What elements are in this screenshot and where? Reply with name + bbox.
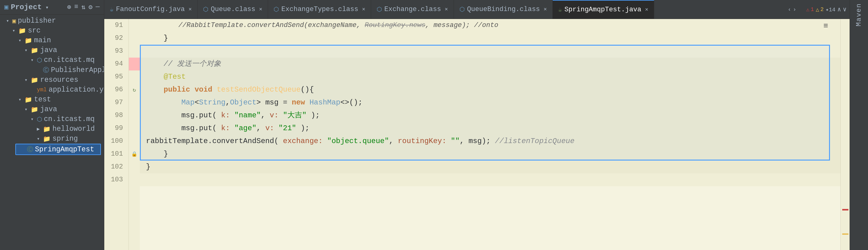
tab-close-FanoutConfig[interactable]: × — [188, 6, 192, 12]
tree-label-cnItcastMqTest: cn.itcast.mq — [44, 115, 95, 123]
info-count: ✦14 — [825, 6, 835, 13]
code-line-102: } — [140, 160, 840, 173]
sidebar-tool-sort[interactable]: ⇅ — [81, 3, 85, 11]
code-line-103 — [140, 173, 840, 186]
line-num-97: 97 — [104, 96, 125, 109]
code-line-93 — [140, 45, 840, 58]
tree-item-resources[interactable]: ▾ 📁 resources — [0, 75, 104, 85]
tree-label-helloworld: helloworld — [53, 125, 95, 133]
class-file-icon: ⬡ — [203, 5, 208, 13]
maven-label: Maven — [855, 3, 863, 29]
scrollbar-marker-yellow-1 — [842, 234, 848, 235]
scrollbar-gutter[interactable] — [840, 19, 849, 250]
tree-item-main[interactable]: ▾ 📁 main — [0, 36, 104, 45]
class-file-icon: ⬡ — [274, 5, 279, 13]
code-line-101: } — [140, 148, 840, 160]
code-line-98: msg.put( k: "name", v: "大吉" ); — [140, 109, 840, 122]
tab-close-Queue[interactable]: × — [259, 6, 262, 12]
tree-item-spring[interactable]: ▾ 📁 spring — [0, 134, 104, 144]
tab-label-QueueBinding: QueueBinding.class — [467, 5, 540, 13]
line-num-93: 93 — [104, 45, 125, 58]
tree-label-publisher: publisher — [18, 17, 56, 25]
folder-icon: 📁 — [43, 135, 51, 143]
tree-arrow-collapsed: ▶ — [37, 126, 42, 132]
code-line-92: } — [140, 32, 840, 45]
tab-close-SpringAmqpTest[interactable]: × — [645, 7, 648, 13]
tree-label-java: java — [40, 46, 57, 54]
tab-overflow-left[interactable]: ‹ — [788, 6, 791, 12]
tab-close-Exchange[interactable]: × — [445, 6, 448, 12]
project-icon: ▣ — [4, 3, 8, 11]
nav-up-button[interactable]: ∧ — [837, 5, 841, 13]
indicator-102 — [129, 160, 140, 173]
tree-item-test[interactable]: ▾ 📁 test — [0, 95, 104, 104]
sidebar-tool-settings[interactable]: ⚙ — [89, 3, 93, 11]
indicator-101: 🔒 — [129, 148, 140, 160]
tree-item-package-main[interactable]: ▾ ⬡ cn.itcast.mq — [0, 55, 104, 65]
tree-label-java-test: java — [40, 105, 57, 113]
line-num-103: 103 — [104, 173, 125, 186]
tab-label-Queue: Queue.class — [211, 5, 255, 13]
tab-Exchange[interactable]: ⬡ Exchange.class × — [371, 0, 454, 19]
tab-ExchangeTypes[interactable]: ⬡ ExchangeTypes.class × — [268, 0, 371, 19]
tree-label-spring: spring — [53, 135, 78, 143]
editor-area: ☕ FanoutConfig.java × ⬡ Queue.class × ⬡ … — [104, 0, 849, 250]
sidebar-tool-minimize[interactable]: — — [96, 3, 100, 11]
tree-label-src: src — [28, 27, 40, 35]
java-file-icon: ☕ — [110, 5, 114, 13]
sidebar-dropdown-icon[interactable]: ▾ — [45, 4, 49, 11]
line-num-102: 102 — [104, 160, 125, 173]
code-text-100: rabbitTemplate.convertAndSend( exchange:… — [146, 135, 575, 148]
code-editor[interactable]: ≡ //RabbitTemplate.convertAndSend(exchan… — [140, 19, 840, 250]
code-text-96: public void testSendObjectQueue(){ — [146, 83, 314, 96]
folder-icon: 📁 — [31, 46, 38, 54]
tab-Queue[interactable]: ⬡ Queue.class × — [197, 0, 268, 19]
sidebar: ▣ Project ▾ ⊕ ≡ ⇅ ⚙ — ▾ ▣ publisher ▾ 📁 … — [0, 0, 104, 250]
tree-arrow: ▾ — [6, 18, 11, 24]
tab-FanoutConfig[interactable]: ☕ FanoutConfig.java × — [104, 0, 197, 19]
tree-item-PublisherApplication[interactable]: Ⓒ PublisherApplication — [0, 65, 104, 75]
error-count: 1 — [811, 6, 814, 12]
maven-panel[interactable]: Maven — [849, 0, 868, 250]
tree-label-main: main — [34, 36, 51, 44]
tree-item-SpringAmqpTest[interactable]: Ⓒ SpringAmqpTest — [16, 144, 101, 155]
tree-item-applicationYml[interactable]: yml application.yml — [0, 85, 104, 95]
tree-item-java[interactable]: ▾ 📁 java — [0, 45, 104, 55]
tree-arrow: ▾ — [25, 47, 29, 53]
tree-label-cnItcastMq: cn.itcast.mq — [44, 56, 95, 64]
sidebar-tool-list[interactable]: ≡ — [74, 3, 78, 11]
class-file-icon: ⬡ — [460, 5, 465, 13]
tree-arrow: ▾ — [31, 57, 36, 63]
line-num-100: 100 — [104, 135, 125, 148]
tab-label-ExchangeTypes: ExchangeTypes.class — [281, 5, 358, 13]
tab-close-QueueBinding[interactable]: × — [544, 6, 547, 12]
warning-count: 2 — [820, 6, 824, 12]
yaml-icon: yml — [37, 87, 46, 93]
code-text-102: } — [146, 160, 150, 173]
indicator-91 — [129, 19, 140, 32]
tab-bar-right: ‹ › ⚠ 1 △ 2 ✦14 ∧ ∨ — [788, 5, 849, 13]
tree-label-applicationYml: application.yml — [49, 86, 104, 94]
tab-QueueBinding[interactable]: ⬡ QueueBinding.class × — [454, 0, 553, 19]
tree-item-helloworld[interactable]: ▶ 📁 helloworld — [0, 124, 104, 134]
tab-overflow-right[interactable]: › — [793, 6, 796, 12]
code-text-101: } — [146, 148, 168, 160]
nav-down-button[interactable]: ∨ — [843, 5, 846, 13]
tree-item-package-test[interactable]: ▾ ⬡ cn.itcast.mq — [0, 114, 104, 124]
tree-item-publisher[interactable]: ▾ ▣ publisher — [0, 16, 104, 26]
editor-menu-icon[interactable]: ≡ — [823, 22, 828, 31]
sidebar-tool-add[interactable]: ⊕ — [67, 3, 71, 11]
code-lines: //RabbitTemplate.convertAndSend(exchange… — [140, 19, 840, 186]
tab-close-ExchangeTypes[interactable]: × — [362, 6, 365, 12]
tree-item-src[interactable]: ▾ 📁 src — [0, 26, 104, 36]
indicator-100 — [129, 135, 140, 148]
sidebar-header: ▣ Project ▾ ⊕ ≡ ⇅ ⚙ — — [0, 0, 104, 15]
tree-arrow: ▾ — [37, 136, 42, 142]
tab-SpringAmqpTest[interactable]: ☕ SpringAmqpTest.java × — [553, 0, 654, 19]
error-badge: ⚠ 1 — [806, 6, 814, 13]
tree-item-java-test[interactable]: ▾ 📁 java — [0, 104, 104, 114]
folder-icon: 📁 — [25, 37, 32, 44]
warning-icon: △ — [816, 6, 819, 13]
indicator-95 — [129, 70, 140, 83]
line-num-96: 96 — [104, 83, 125, 96]
